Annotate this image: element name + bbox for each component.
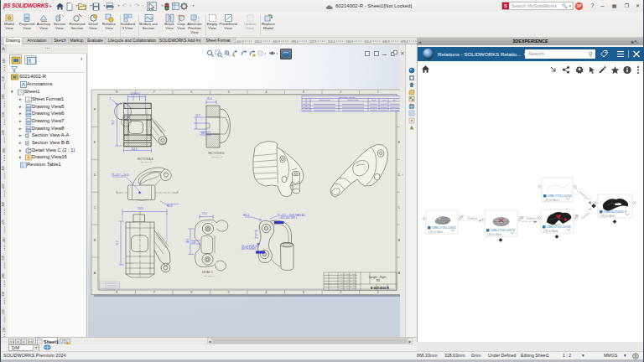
svg-text:8: 8 — [116, 90, 117, 94]
svg-text:-640: -640 — [3, 59, 6, 65]
svg-text:B: B — [398, 239, 400, 242]
svg-text:C: C — [398, 206, 400, 209]
svg-text:△ 60214002 SHT 1: △ 60214002 SHT 1 — [278, 216, 298, 220]
svg-text:D: D — [398, 173, 400, 177]
svg-text:1: 1 — [377, 90, 379, 94]
svg-text:SECTION A-A: SECTION A-A — [138, 158, 153, 161]
svg-text:-310: -310 — [3, 256, 6, 261]
svg-text:45°: 45° — [256, 234, 259, 236]
svg-text:-460: -460 — [3, 166, 6, 172]
svg-text:38.1: 38.1 — [201, 132, 206, 135]
svg-text:401.9: 401.9 — [236, 40, 243, 44]
svg-text:76.2: 76.2 — [112, 120, 115, 125]
svg-text:12.7: 12.7 — [195, 114, 200, 117]
svg-text:APPR: APPR — [382, 99, 387, 101]
svg-text:REVISION HISTORY: REVISION HISTORY — [339, 96, 356, 98]
svg-text:76.2: 76.2 — [116, 240, 119, 246]
svg-text:523.9: 523.9 — [309, 40, 316, 44]
svg-text:2X ⌀12.7 ⌅ 19.05: 2X ⌀12.7 ⌅ 19.05 — [112, 173, 129, 177]
svg-text:6: 6 — [190, 90, 192, 94]
svg-text:C: C — [94, 206, 96, 209]
svg-text:554.4: 554.4 — [328, 40, 335, 44]
svg-text:4: 4 — [265, 90, 267, 94]
svg-text:5: 5 — [228, 291, 230, 294]
svg-text:676.4: 676.4 — [401, 40, 408, 44]
svg-text:DESCRIPTION: DESCRIPTION — [348, 99, 360, 101]
svg-text:R6.35: R6.35 — [167, 204, 173, 208]
svg-text:SCALE 2 : 1: SCALE 2 : 1 — [204, 275, 216, 277]
svg-text:25.4: 25.4 — [207, 97, 212, 101]
svg-text:(-R) In Work: (-R) In Work — [600, 215, 615, 218]
svg-text:A: A — [398, 272, 400, 275]
svg-text:(BOTH SIDES): (BOTH SIDES) — [242, 247, 257, 251]
svg-text:4: 4 — [265, 291, 267, 294]
svg-text:-610: -610 — [3, 76, 6, 82]
svg-text:584.9: 584.9 — [346, 40, 353, 44]
svg-text:DETAIL C: DETAIL C — [202, 271, 214, 274]
svg-text:⌀16: ⌀16 — [192, 240, 196, 244]
svg-text:-550: -550 — [3, 112, 6, 118]
svg-text:(-R) In Work: (-R) In Work — [544, 199, 559, 202]
svg-text:SCALE 1 : 2: SCALE 1 : 2 — [211, 156, 223, 158]
svg-text:Children: Children — [467, 217, 477, 220]
svg-text:SECTION B-B: SECTION B-B — [208, 152, 224, 155]
svg-text:-340: -340 — [3, 238, 6, 244]
svg-text:SCALE 1 : 2: SCALE 1 : 2 — [141, 161, 153, 163]
svg-text:(-R) In Work: (-R) In Work — [428, 230, 444, 234]
svg-text:493.4: 493.4 — [291, 40, 298, 44]
svg-text:UBM-60214002-R: UBM-60214002-R — [604, 210, 627, 214]
svg-text:(-R) In Work: (-R) In Work — [543, 230, 558, 233]
svg-text:UBM-27192-02674: UBM-27192-02674 — [491, 229, 515, 232]
svg-text:1: 1 — [377, 291, 379, 294]
svg-text:-490: -490 — [3, 148, 6, 154]
svg-text:3: 3 — [303, 291, 304, 294]
svg-text:D: D — [94, 173, 96, 177]
svg-text:5: 5 — [228, 90, 230, 94]
svg-text:C: C — [28, 148, 31, 153]
svg-text:-430: -430 — [3, 184, 6, 189]
svg-text:432.4: 432.4 — [255, 40, 262, 44]
svg-text:462.9: 462.9 — [273, 40, 280, 44]
svg-text:Children: Children — [526, 217, 536, 220]
svg-text:38.1: 38.1 — [186, 238, 190, 243]
svg-text:615.4: 615.4 — [365, 40, 371, 44]
svg-text:3: 3 — [303, 90, 304, 94]
svg-text:114.3: 114.3 — [132, 147, 138, 151]
svg-text:(-R) In Work: (-R) In Work — [487, 233, 502, 236]
svg-text:-250: -250 — [3, 292, 6, 297]
svg-text:-280: -280 — [3, 273, 6, 279]
svg-text:6: 6 — [190, 291, 192, 294]
svg-text:DATE: DATE — [371, 99, 377, 101]
svg-text:-220: -220 — [3, 309, 6, 315]
svg-text:2X ⌀10.2 ⊥ 19.05 THRU ALL: 2X ⌀10.2 ⊥ 19.05 THRU ALL — [278, 214, 306, 217]
svg-text:7: 7 — [153, 90, 155, 94]
svg-text:Drawing of: Drawing of — [579, 190, 590, 201]
svg-text:2: 2 — [340, 90, 341, 94]
svg-text:-520: -520 — [3, 130, 6, 136]
svg-text:645.9: 645.9 — [382, 40, 389, 44]
svg-text:-370: -370 — [3, 220, 6, 225]
svg-text:R25.4: R25.4 — [243, 214, 249, 217]
svg-text:-190: -190 — [3, 328, 6, 334]
svg-text:-400: -400 — [3, 202, 6, 208]
svg-text:2: 2 — [340, 291, 341, 294]
svg-text:DESCRIPTION: DESCRIPTION — [319, 99, 331, 101]
svg-text:-580: -580 — [3, 94, 6, 100]
svg-text:Context: Context — [581, 211, 590, 220]
svg-text:UBM-27192-01605: UBM-27192-01605 — [432, 226, 456, 230]
svg-text:17.4: 17.4 — [202, 212, 207, 215]
svg-text:50.8 ±0.1: 50.8 ±0.1 — [131, 92, 141, 96]
svg-text:UBM-27192-59185: UBM-27192-59185 — [547, 225, 571, 229]
svg-text:8: 8 — [116, 291, 117, 294]
svg-text:114.3: 114.3 — [138, 207, 143, 210]
svg-text:7: 7 — [153, 291, 155, 294]
svg-text:E: E — [398, 141, 400, 144]
svg-text:B 60214002-R: B 60214002-R — [371, 287, 390, 290]
svg-text:UBM-27192-02204: UBM-27192-02204 — [548, 194, 572, 198]
